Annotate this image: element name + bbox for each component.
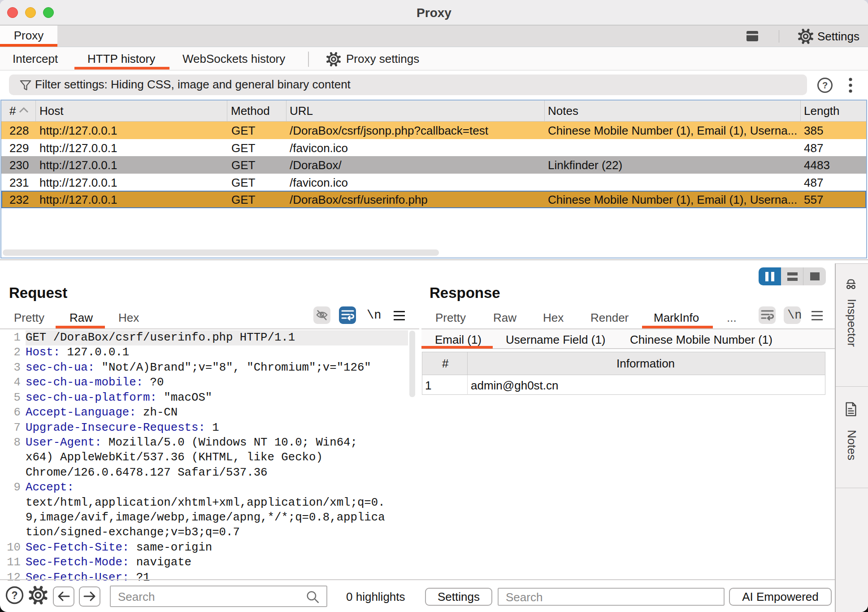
svg-text:?: ? — [11, 590, 17, 601]
svg-text:?: ? — [822, 80, 828, 90]
